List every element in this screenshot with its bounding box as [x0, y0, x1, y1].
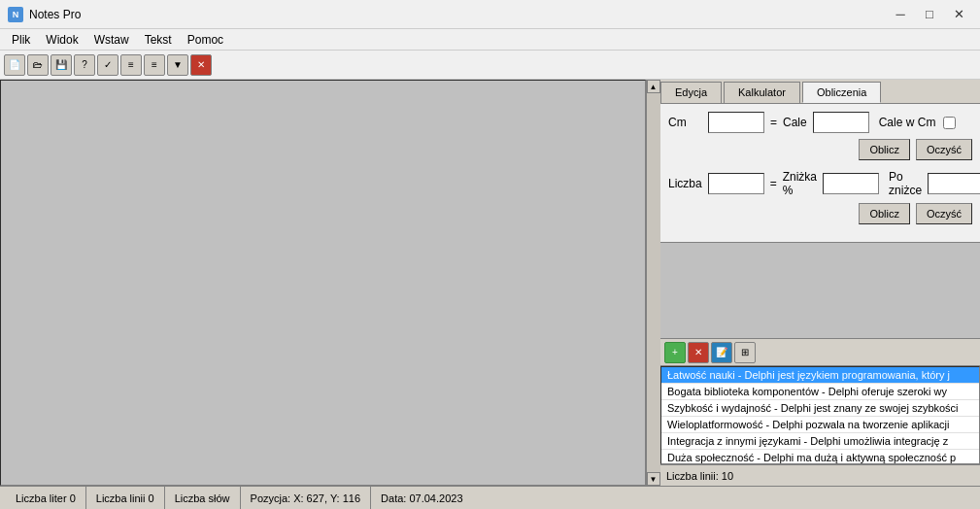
- obliczenia-panel: Cm = Cale Cale w Cm Oblicz Oczyść Liczba…: [660, 104, 980, 242]
- toolbar: 📄 🗁 💾 ? ✓ ≡ ≡ ▼ ✕: [0, 51, 980, 80]
- po-znizce-input[interactable]: [928, 173, 980, 194]
- status-date: Data: 07.04.2023: [371, 487, 472, 509]
- tab-kalkulator[interactable]: Kalkulator: [724, 82, 800, 103]
- cale-cm-label: Cale w Cm: [879, 116, 936, 129]
- edit-note-btn[interactable]: 📝: [711, 342, 732, 363]
- status-bar: Liczba liter 0 Liczba linii 0 Liczba słó…: [0, 486, 980, 509]
- note-item-2[interactable]: Bogata biblioteka komponentów - Delphi o…: [661, 384, 979, 400]
- oblicz-btn-1[interactable]: Oblicz: [859, 139, 910, 160]
- calc-row-1: Cm = Cale Cale w Cm: [668, 112, 972, 133]
- scroll-track[interactable]: [647, 93, 660, 472]
- toolbar-save[interactable]: 💾: [51, 54, 72, 76]
- toolbar-format2[interactable]: ≡: [144, 54, 165, 76]
- liczba-input[interactable]: [708, 173, 764, 194]
- toolbar-new[interactable]: 📄: [4, 54, 25, 76]
- toolbar-check[interactable]: ✓: [97, 54, 118, 76]
- status-position: Pozycja: X: 627, Y: 116: [241, 487, 372, 509]
- delete-note-btn[interactable]: ✕: [688, 342, 709, 363]
- calc-row-2: Liczba = Zniżka % Po zniżce: [668, 170, 972, 197]
- calc-buttons-1: Oblicz Oczyść: [668, 139, 972, 160]
- note-item-1[interactable]: Łatwość nauki - Delphi jest językiem pro…: [661, 367, 979, 384]
- equals-1: =: [770, 116, 777, 129]
- menu-bar: Plik Widok Wstaw Tekst Pomoc: [0, 29, 980, 51]
- menu-tekst[interactable]: Tekst: [137, 31, 180, 49]
- tab-edycja[interactable]: Edycja: [660, 82, 722, 103]
- menu-plik[interactable]: Plik: [4, 31, 38, 49]
- menu-widok[interactable]: Widok: [38, 31, 85, 49]
- editor-panel[interactable]: [0, 80, 646, 486]
- notes-count: Liczba linii: 10: [666, 470, 733, 482]
- title-bar: N Notes Pro ─ □ ✕: [0, 0, 980, 29]
- notes-list[interactable]: Łatwość nauki - Delphi jest językiem pro…: [660, 366, 980, 464]
- znizka-label: Zniżka %: [783, 170, 817, 197]
- status-lines: Liczba linii 0: [86, 487, 165, 509]
- status-words: Liczba słów: [165, 487, 241, 509]
- cm-label: Cm: [668, 116, 702, 129]
- oblicz-btn-2[interactable]: Oblicz: [859, 203, 910, 224]
- minimize-button[interactable]: ─: [887, 4, 914, 25]
- po-znizce-label: Po zniżce: [889, 170, 922, 197]
- add-note-btn[interactable]: +: [664, 342, 686, 363]
- maximize-button[interactable]: □: [916, 4, 943, 25]
- oczysc-btn-2[interactable]: Oczyść: [916, 203, 972, 224]
- app-icon: N: [8, 7, 23, 22]
- note-item-4[interactable]: Wieloplatformowość - Delphi pozwala na t…: [661, 417, 979, 433]
- scroll-up[interactable]: ▲: [647, 80, 660, 93]
- equals-2: =: [770, 177, 777, 190]
- grid-note-btn[interactable]: ⊞: [734, 342, 756, 363]
- cale-cm-checkbox[interactable]: [943, 117, 956, 129]
- panel-divider: [660, 242, 980, 339]
- main-layout: ▲ ▼ Edycja Kalkulator Obliczenia Cm = Ca…: [0, 80, 980, 486]
- cm-input[interactable]: [708, 112, 764, 133]
- close-button[interactable]: ✕: [945, 4, 972, 25]
- editor-scrollbar[interactable]: ▲ ▼: [646, 80, 659, 486]
- right-panel: Edycja Kalkulator Obliczenia Cm = Cale C…: [659, 80, 980, 486]
- menu-pomoc[interactable]: Pomoc: [180, 31, 231, 49]
- tab-bar: Edycja Kalkulator Obliczenia: [660, 80, 980, 104]
- notes-footer: Liczba linii: 10: [660, 464, 980, 486]
- editor-area: ▲ ▼: [0, 80, 659, 486]
- cale-input[interactable]: [813, 112, 869, 133]
- toolbar-delete[interactable]: ✕: [190, 54, 212, 76]
- status-chars: Liczba liter 0: [6, 487, 86, 509]
- znizka-input[interactable]: [823, 173, 879, 194]
- note-item-5[interactable]: Integracja z innymi językami - Delphi um…: [661, 433, 979, 450]
- app-title: Notes Pro: [29, 8, 887, 21]
- cale-label: Cale: [783, 116, 807, 129]
- note-item-6[interactable]: Duża społeczność - Delphi ma dużą i akty…: [661, 450, 979, 464]
- note-item-3[interactable]: Szybkość i wydajność - Delphi jest znany…: [661, 400, 979, 417]
- editor-content[interactable]: [1, 81, 645, 485]
- oczysc-btn-1[interactable]: Oczyść: [916, 139, 972, 160]
- toolbar-open[interactable]: 🗁: [27, 54, 49, 76]
- tab-obliczenia[interactable]: Obliczenia: [802, 82, 881, 103]
- menu-wstaw[interactable]: Wstaw: [86, 31, 137, 49]
- toolbar-format1[interactable]: ≡: [120, 54, 142, 76]
- scroll-down[interactable]: ▼: [647, 472, 660, 486]
- window-controls: ─ □ ✕: [887, 4, 972, 25]
- calc-buttons-2: Oblicz Oczyść: [668, 203, 972, 224]
- toolbar-filter[interactable]: ▼: [167, 54, 188, 76]
- notes-toolbar: + ✕ 📝 ⊞: [660, 339, 980, 366]
- liczba-label: Liczba: [668, 177, 702, 190]
- toolbar-help[interactable]: ?: [74, 54, 95, 76]
